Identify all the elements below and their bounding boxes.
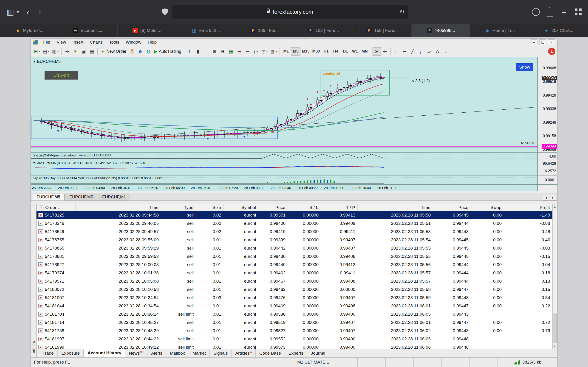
browser-tab[interactable]: ▶(8) Motor...: [118, 24, 176, 37]
chart-tabs-scroll-left[interactable]: ◂: [543, 195, 549, 200]
table-scrollbar[interactable]: ▲ ▼: [552, 204, 557, 349]
timeframe-M15-button[interactable]: M15: [300, 47, 311, 56]
history-row[interactable]: 541788812023.02.28 09:59:53sell0.01eurch…: [36, 252, 552, 261]
terminal-tab-market[interactable]: Market: [189, 350, 210, 357]
quick-templates-button[interactable]: ▥▾: [51, 47, 60, 56]
chart-shift-button[interactable]: ⇤: [243, 47, 252, 56]
new-window-button[interactable]: ▣: [79, 47, 88, 56]
privacy-shield-icon[interactable]: [162, 8, 168, 15]
new-order-button[interactable]: ＋New Order: [99, 47, 128, 56]
timeframe-M5-button[interactable]: M5: [291, 47, 300, 56]
browser-tab[interactable]: F122 | Fore...: [294, 24, 353, 37]
market-watch-button[interactable]: ☻: [136, 47, 144, 56]
terminal-tab-news[interactable]: News99: [125, 349, 147, 357]
terminal-tab-experts[interactable]: Experts: [285, 350, 307, 357]
browser-tab[interactable]: ●20x Chall...: [529, 24, 588, 37]
terminal-tab-account-history[interactable]: Account History: [84, 349, 125, 357]
browser-tab[interactable]: F4405998...: [412, 24, 470, 37]
timeframe-MN-button[interactable]: MN: [360, 47, 370, 56]
column-header-order[interactable]: ×Order▵: [36, 204, 76, 211]
menu-view[interactable]: View: [53, 39, 69, 45]
column-header[interactable]: T / P: [321, 204, 358, 211]
browser-tab[interactable]: F189 | For...: [235, 24, 294, 37]
history-row[interactable]: 541785492023.02.28 09:49:57sell0.02eurch…: [36, 227, 552, 236]
rsi-indicator-window[interactable]: rsi.div 1: rsi.Ma (8.00) 61.3491 61.3491…: [31, 160, 537, 175]
tile-windows-button[interactable]: ▦: [227, 47, 235, 56]
terminal-tab-signals[interactable]: Signals: [210, 350, 232, 357]
window-list-button[interactable]: ▦: [88, 47, 96, 56]
history-row[interactable]: 541789272023.02.28 10:00:03sell0.01eurch…: [36, 261, 552, 269]
zoom-out-button[interactable]: ⊖: [219, 47, 227, 56]
share-button[interactable]: ↑: [547, 9, 553, 17]
column-header[interactable]: Swap: [471, 204, 504, 211]
chart-tab[interactable]: EURCHF,M5: [32, 194, 65, 200]
indicators-list-button[interactable]: ƒ▾: [252, 47, 260, 56]
terminal-close-icon[interactable]: ×: [39, 205, 43, 210]
templates-button[interactable]: ▧▾: [269, 47, 278, 56]
cursor-button[interactable]: ➤: [372, 47, 381, 56]
reload-button[interactable]: ↻: [399, 8, 405, 15]
history-row[interactable]: 541819972023.02.28 10:44:22sell limit0.0…: [36, 335, 552, 343]
menu-window[interactable]: Window: [122, 39, 145, 45]
notifications-badge[interactable]: 1: [548, 48, 555, 55]
column-header[interactable]: Price: [433, 204, 471, 211]
auto-scroll-button[interactable]: ⇥: [235, 47, 243, 56]
periods-button[interactable]: ◷▾: [260, 47, 269, 56]
tab-group-chevron-icon[interactable]: ▾: [16, 10, 20, 14]
close-button[interactable]: ×: [548, 40, 555, 45]
candlestick-chart-button[interactable]: ▮: [194, 47, 202, 56]
terminal-tab-alerts[interactable]: Alerts: [147, 350, 166, 357]
back-button[interactable]: ‹: [24, 8, 32, 16]
browser-tab[interactable]: INEconomic...: [59, 24, 118, 37]
history-row[interactable]: 541793742023.02.28 10:01:36sell0.01eurch…: [36, 269, 552, 277]
history-row[interactable]: 541810072023.02.28 10:24:54sell0.03eurch…: [36, 294, 552, 302]
terminal-tab-mailbox[interactable]: Mailbox: [166, 350, 189, 357]
forward-button[interactable]: ›: [36, 8, 44, 16]
history-row[interactable]: 541787552023.02.28 09:55:09sell0.01eurch…: [36, 236, 552, 244]
column-header[interactable]: Type: [161, 204, 196, 211]
scroll-up-arrow[interactable]: ▲: [553, 204, 557, 209]
profiles-button[interactable]: ▤▾: [41, 47, 51, 56]
autotrading-button[interactable]: ▶AutoTrading: [153, 47, 183, 56]
scroll-thumb[interactable]: [553, 314, 556, 343]
browser-tab[interactable]: F158 | Fore...: [353, 24, 412, 37]
community-button[interactable]: ◍: [144, 47, 153, 56]
browser-tab[interactable]: ◆Home | Tr...: [470, 24, 529, 37]
menu-help[interactable]: Help: [145, 39, 160, 45]
price-chart[interactable]: ++++++++++< 2:3 (1.2)London 16Pips 0.0 ▼…: [31, 57, 537, 152]
show-button[interactable]: Show: [516, 63, 533, 71]
zoom-in-button[interactable]: ⊕: [210, 47, 219, 56]
history-row[interactable]: 541817042023.02.28 10:36:14sell limit0.0…: [36, 310, 552, 318]
shapes-button[interactable]: ▱: [425, 47, 433, 56]
menu-tools[interactable]: Tools: [106, 39, 122, 45]
terminal-tab-trade[interactable]: Trade: [39, 350, 58, 357]
chart-tab[interactable]: EURCHF,M1: [98, 194, 130, 200]
column-header[interactable]: Profit: [504, 204, 552, 211]
column-header[interactable]: S / L: [288, 204, 321, 211]
chart-tabs-scroll-right[interactable]: ▸: [550, 195, 556, 200]
history-row[interactable]: 541817142023.02.28 10:45:27sell0.01eurch…: [36, 318, 552, 327]
new-chart-button[interactable]: ⊞▾: [33, 47, 41, 56]
horizontal-line-button[interactable]: ─: [400, 47, 409, 56]
text-label-button[interactable]: A: [433, 47, 442, 56]
history-row[interactable]: 541781252023.02.28 09:44:58sell0.02eurch…: [36, 211, 552, 219]
line-chart-button[interactable]: ≈: [202, 47, 210, 56]
history-row[interactable]: 541788652023.02.28 09:59:29sell0.01eurch…: [36, 244, 552, 252]
menu-charts[interactable]: Charts: [86, 39, 106, 45]
terminal-tab-exposure[interactable]: Exposure: [58, 350, 84, 357]
bsp-indicator-window[interactable]: bsp o1 M5 Buy press of EMA Sell press of…: [31, 175, 537, 184]
history-row[interactable]: 541819992023.02.28 10:49:22sell limit0.0…: [36, 343, 552, 349]
menu-file[interactable]: File: [40, 39, 53, 45]
cursor-mode-button[interactable]: ✛: [63, 47, 71, 56]
restore-button[interactable]: □: [539, 40, 546, 45]
timeframe-M1-button[interactable]: M1: [281, 47, 291, 56]
history-row[interactable]: 541817382023.02.28 10:48:29sell0.01eurch…: [36, 327, 552, 335]
menu-insert[interactable]: Insert: [69, 39, 86, 45]
minimize-button[interactable]: –: [531, 40, 537, 45]
history-row[interactable]: 541816442023.02.28 10:34:54sell0.01eurch…: [36, 302, 552, 310]
timeframe-H1-button[interactable]: H1: [321, 47, 331, 56]
new-tab-button[interactable]: ＋: [560, 8, 568, 16]
scroll-down-arrow[interactable]: ▼: [553, 344, 557, 349]
history-row[interactable]: 541800722023.02.28 10:10:58sell0.01eurch…: [36, 285, 552, 294]
column-header[interactable]: Time: [358, 204, 433, 211]
